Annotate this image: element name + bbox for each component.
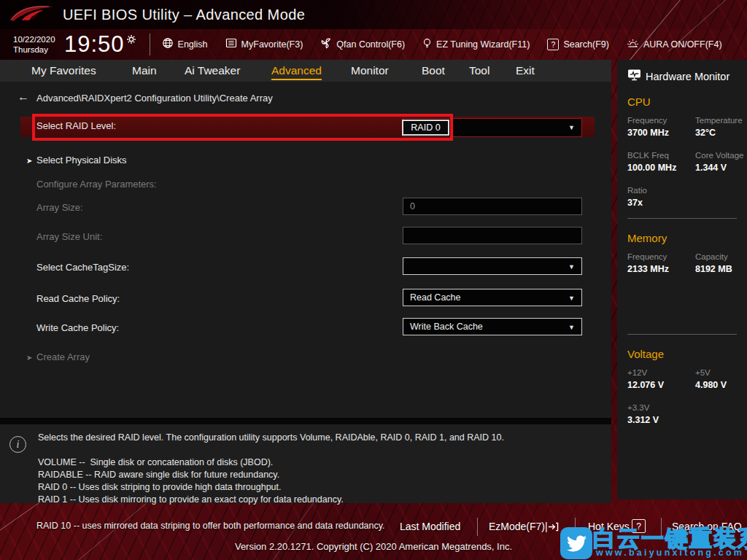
ez-tuning-wizard-label: EZ Tuning Wizard(F11) — [436, 39, 530, 50]
search-label: Search(F9) — [563, 39, 609, 50]
cpu-section-title: CPU — [627, 96, 737, 108]
cache-tag-size-select[interactable]: ▼ — [403, 257, 582, 275]
tab-ai-tweaker[interactable]: Ai Tweaker — [185, 60, 240, 80]
reading-label: Capacity — [695, 252, 737, 261]
reading-label: +12V — [627, 368, 695, 377]
quick-bar: 10/22/2020 Thursday 19:50 English — [0, 29, 747, 60]
help-text-overflow-line: RAID 10 -- uses mirrored data striping t… — [36, 521, 385, 531]
date-value: 10/22/2020 — [13, 34, 61, 44]
globe-icon — [162, 37, 174, 52]
help-text-line — [38, 444, 600, 456]
reading-label: Ratio — [627, 186, 695, 195]
cpu-temperature-reading: Temperature 32°C — [695, 116, 744, 138]
reading-value: 3.312 V — [627, 415, 695, 425]
hardware-monitor-title: Hardware Monitor — [646, 71, 729, 82]
tab-my-favorites[interactable]: My Favorites — [31, 60, 96, 80]
breadcrumb-path: Advanced\RAIDXpert2 Configuration Utilit… — [36, 93, 273, 104]
hardware-monitor-icon — [627, 69, 641, 84]
time-display[interactable]: 19:50 — [64, 31, 125, 58]
aura-toggle-label: AURA ON/OFF(F4) — [643, 39, 722, 50]
help-text-line: VOLUME -- Single disk or concatenation o… — [38, 456, 600, 469]
myfavorite-button[interactable]: MyFavorite(F3) — [225, 38, 303, 51]
qfan-icon — [320, 37, 332, 52]
date-display[interactable]: 10/22/2020 Thursday — [13, 34, 61, 55]
write-cache-policy-label: Write Cache Policy: — [36, 322, 119, 333]
reading-label: +5V — [695, 368, 737, 377]
help-text-line: Selects the desired RAID level. The conf… — [38, 432, 600, 444]
create-array-link: Create Array — [36, 351, 90, 362]
panel-divider — [0, 418, 611, 424]
ezmode-button[interactable]: EzMode(F7)| — [489, 521, 559, 532]
memory-section-title: Memory — [627, 232, 737, 244]
configure-array-heading: Configure Array Parameters: — [36, 179, 157, 190]
section-divider — [627, 218, 737, 219]
search-button[interactable]: ? Search(F9) — [547, 39, 609, 50]
section-divider — [627, 334, 737, 335]
lightbulb-icon — [422, 38, 432, 52]
array-size-unit-input — [403, 227, 582, 244]
help-info-panel: i Selects the desired RAID level. The co… — [0, 424, 611, 503]
select-physical-disks-link[interactable]: Select Physical Disks — [36, 155, 127, 166]
reading-value: 3700 MHz — [627, 128, 695, 138]
info-icon: i — [9, 436, 26, 453]
write-cache-policy-select[interactable]: Write Back Cache ▼ — [403, 318, 582, 335]
tab-boot[interactable]: Boot — [422, 60, 445, 80]
aura-icon — [627, 38, 639, 51]
reading-value: 1.344 V — [695, 163, 744, 173]
back-arrow-icon[interactable]: ← — [18, 90, 29, 104]
question-box-icon: ? — [547, 39, 559, 50]
hardware-monitor-panel: Hardware Monitor CPU Frequency 3700 MHz … — [617, 60, 747, 499]
reading-label: Frequency — [627, 252, 695, 261]
voltage-12v-reading: +12V 12.076 V — [627, 368, 695, 390]
submenu-arrow-icon: ➤ — [26, 157, 32, 165]
tab-tool[interactable]: Tool — [469, 60, 489, 80]
voltage-3v3-reading: +3.3V 3.312 V — [627, 403, 695, 425]
reading-label: Core Voltage — [695, 151, 744, 160]
submenu-arrow-icon: ➤ — [26, 354, 32, 362]
last-modified-button[interactable]: Last Modified — [400, 521, 460, 532]
tab-monitor[interactable]: Monitor — [351, 60, 389, 80]
reading-label: BCLK Freq — [627, 151, 695, 160]
voltage-section-title: Voltage — [627, 348, 737, 360]
read-cache-policy-value: Read Cache — [410, 292, 461, 303]
window-title: UEFI BIOS Utility – Advanced Mode — [63, 7, 305, 23]
voltage-5v-reading: +5V 4.980 V — [695, 368, 737, 390]
chevron-down-icon: ▼ — [568, 120, 575, 136]
reading-label: +3.3V — [627, 403, 695, 412]
tab-exit[interactable]: Exit — [516, 60, 535, 80]
reading-value: 37x — [627, 198, 695, 208]
reading-value: 12.076 V — [627, 380, 695, 390]
cpu-ratio-reading: Ratio 37x — [627, 186, 695, 208]
tab-main[interactable]: Main — [132, 60, 157, 80]
watermark-bird-logo — [560, 527, 592, 559]
reading-label: Frequency — [627, 116, 695, 125]
array-size-unit-label: Array Size Unit: — [36, 231, 102, 242]
cpu-core-voltage-reading: Core Voltage 1.344 V — [695, 151, 744, 173]
rog-logo-icon — [9, 2, 54, 27]
reading-value: 4.980 V — [695, 380, 737, 390]
cpu-bclk-reading: BCLK Freq 100.00 MHz — [627, 151, 695, 173]
myfavorite-label: MyFavorite(F3) — [241, 39, 303, 50]
tab-advanced[interactable]: Advanced — [271, 60, 322, 80]
day-value: Thursday — [13, 44, 61, 55]
raid-level-value[interactable]: RAID 0 — [402, 120, 449, 136]
reading-value: 8192 MB — [695, 264, 737, 274]
qfan-control-label: Qfan Control(F6) — [336, 39, 405, 50]
language-button[interactable]: English — [162, 37, 208, 52]
aura-toggle-button[interactable]: AURA ON/OFF(F4) — [627, 38, 722, 51]
bottombar-separator — [477, 518, 478, 536]
content-pane: ← Advanced\RAIDXpert2 Configuration Util… — [0, 82, 611, 418]
chevron-down-icon: ▼ — [568, 259, 575, 275]
ez-tuning-wizard-button[interactable]: EZ Tuning Wizard(F11) — [422, 38, 530, 52]
reading-value: 2133 MHz — [627, 264, 695, 274]
chevron-down-icon: ▼ — [568, 290, 575, 306]
qfan-control-button[interactable]: Qfan Control(F6) — [320, 37, 405, 52]
array-size-label: Array Size: — [36, 202, 83, 213]
array-size-input: 0 — [403, 198, 582, 215]
memory-capacity-reading: Capacity 8192 MB — [695, 252, 737, 274]
language-label: English — [178, 39, 208, 50]
quickbar-separator — [150, 34, 150, 55]
gear-icon[interactable] — [126, 34, 136, 47]
myfavorite-icon — [225, 38, 237, 51]
read-cache-policy-select[interactable]: Read Cache ▼ — [403, 289, 582, 306]
